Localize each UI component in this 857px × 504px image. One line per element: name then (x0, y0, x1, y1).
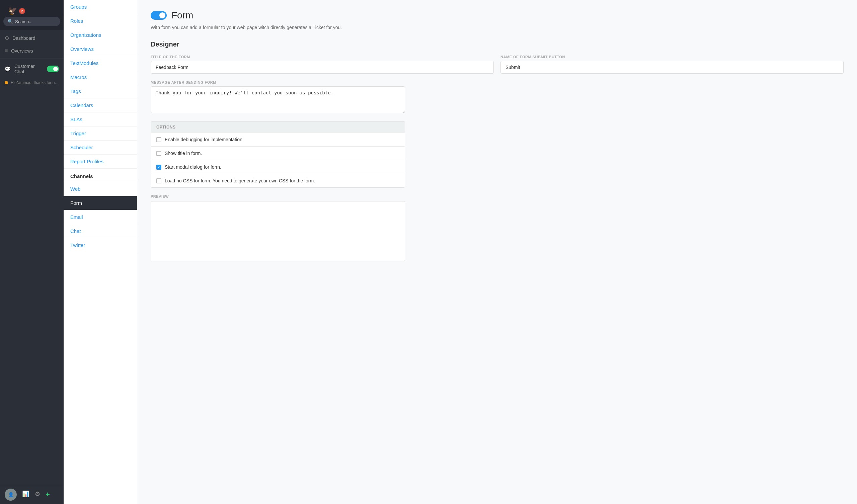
option-row-show-title: Show title in form. (151, 147, 405, 160)
channel-items-container: WebFormEmailChatTwitter (64, 182, 137, 252)
middle-nav-item-trigger[interactable]: Trigger (64, 127, 137, 140)
channel-nav-item-web[interactable]: Web (64, 182, 137, 196)
sidebar-item-overviews[interactable]: ≡ Overviews (0, 45, 64, 57)
search-input[interactable] (15, 19, 56, 24)
add-button[interactable]: + (46, 490, 50, 499)
middle-nav-item-roles[interactable]: Roles (64, 14, 137, 28)
middle-nav: GroupsRolesOrganizationsOverviewsTextMod… (64, 0, 137, 504)
options-box: OPTIONS Enable debugging for implementat… (151, 121, 405, 188)
option-checkbox-no-css[interactable] (156, 179, 161, 183)
search-box[interactable]: 🔍 (3, 17, 60, 26)
middle-nav-item-macros[interactable]: Macros (64, 70, 137, 84)
sidebar-actions: 📊 ⚙ + (22, 490, 50, 499)
middle-nav-item-textmodules[interactable]: TextModules (64, 56, 137, 70)
option-checkbox-debug[interactable] (156, 137, 161, 142)
option-label-no-css: Load no CSS for form. You need to genera… (165, 178, 315, 183)
option-row-debug: Enable debugging for implementation. (151, 133, 405, 147)
chat-icon: 💬 (5, 66, 11, 72)
option-checkbox-show-title[interactable] (156, 151, 161, 156)
message-after-textarea[interactable]: Thank you for your inquiry! We'll contac… (151, 86, 405, 113)
form-header: Form (151, 10, 844, 21)
channel-nav-item-email[interactable]: Email (64, 210, 137, 224)
message-preview-item[interactable]: Hi Zammad, thanks for unlockin... (0, 78, 64, 88)
middle-nav-item-scheduler[interactable]: Scheduler (64, 140, 137, 155)
middle-nav-items-container: GroupsRolesOrganizationsOverviewsTextMod… (64, 0, 137, 169)
chat-label: Customer Chat (14, 64, 44, 74)
search-area: 🦅 2 🔍 (0, 0, 64, 30)
sidebar: 🦅 2 🔍 ⊙ Dashboard ≡ Overviews 💬 Customer… (0, 0, 64, 504)
notification-dot (5, 81, 8, 84)
sidebar-item-dashboard[interactable]: ⊙ Dashboard (0, 32, 64, 45)
stats-icon[interactable]: 📊 (22, 490, 30, 499)
channels-section-title: Channels (64, 169, 137, 182)
designer-section-title: Designer (151, 40, 844, 48)
page-description: With form you can add a formular to your… (151, 24, 844, 31)
option-label-debug: Enable debugging for implementation. (165, 137, 244, 142)
middle-nav-item-slas[interactable]: SLAs (64, 113, 137, 127)
preview-label: PREVIEW (151, 195, 844, 199)
sidebar-item-label: Overviews (11, 48, 33, 53)
submit-button-label: NAME OF FORM SUBMIT BUTTON (501, 55, 844, 59)
sidebar-item-customer-chat[interactable]: 💬 Customer Chat (0, 60, 64, 78)
middle-nav-item-tags[interactable]: Tags (64, 84, 137, 98)
channel-nav-item-twitter[interactable]: Twitter (64, 238, 137, 252)
form-enabled-toggle[interactable] (151, 11, 167, 20)
options-list: Enable debugging for implementation.Show… (151, 133, 405, 187)
options-header: OPTIONS (151, 121, 405, 133)
middle-nav-item-groups[interactable]: Groups (64, 0, 137, 14)
middle-nav-item-organizations[interactable]: Organizations (64, 28, 137, 42)
nav-items: ⊙ Dashboard ≡ Overviews 💬 Customer Chat … (0, 30, 64, 89)
middle-nav-item-calendars[interactable]: Calendars (64, 98, 137, 113)
form-title-input[interactable] (151, 61, 494, 73)
preview-box (151, 201, 405, 262)
option-row-modal: ✓Start modal dialog for form. (151, 160, 405, 174)
main-content: Form With form you can add a formular to… (137, 0, 857, 504)
form-row-title-submit: TITLE OF THE FORM NAME OF FORM SUBMIT BU… (151, 55, 844, 73)
search-icon: 🔍 (7, 19, 13, 24)
option-checkbox-modal[interactable]: ✓ (156, 165, 161, 170)
form-group-title: TITLE OF THE FORM (151, 55, 494, 73)
middle-nav-item-overviews[interactable]: Overviews (64, 42, 137, 56)
option-label-modal: Start modal dialog for form. (165, 164, 221, 170)
form-title-label: TITLE OF THE FORM (151, 55, 494, 59)
form-group-message: MESSAGE AFTER SENDING FORM Thank you for… (151, 80, 405, 113)
notification-badge: 2 (19, 8, 25, 14)
avatar[interactable]: 👤 (5, 489, 17, 501)
form-group-submit: NAME OF FORM SUBMIT BUTTON (501, 55, 844, 73)
page-title: Form (171, 10, 193, 21)
overviews-icon: ≡ (5, 48, 8, 54)
chat-toggle[interactable] (47, 66, 59, 72)
submit-button-input[interactable] (501, 61, 844, 73)
message-preview-text: Hi Zammad, thanks for unlockin... (11, 80, 59, 85)
preview-section: PREVIEW (151, 195, 844, 262)
middle-nav-item-report-profiles[interactable]: Report Profiles (64, 155, 137, 169)
channel-nav-item-form[interactable]: Form (64, 196, 137, 210)
sidebar-item-label: Dashboard (12, 35, 35, 41)
message-after-label: MESSAGE AFTER SENDING FORM (151, 80, 405, 84)
settings-icon[interactable]: ⚙ (35, 490, 40, 499)
dashboard-icon: ⊙ (5, 35, 9, 41)
sidebar-bottom: 👤 📊 ⚙ + (0, 485, 64, 504)
option-label-show-title: Show title in form. (165, 151, 202, 156)
channel-nav-item-chat[interactable]: Chat (64, 224, 137, 238)
nav-divider (0, 58, 64, 59)
option-row-no-css: Load no CSS for form. You need to genera… (151, 174, 405, 187)
